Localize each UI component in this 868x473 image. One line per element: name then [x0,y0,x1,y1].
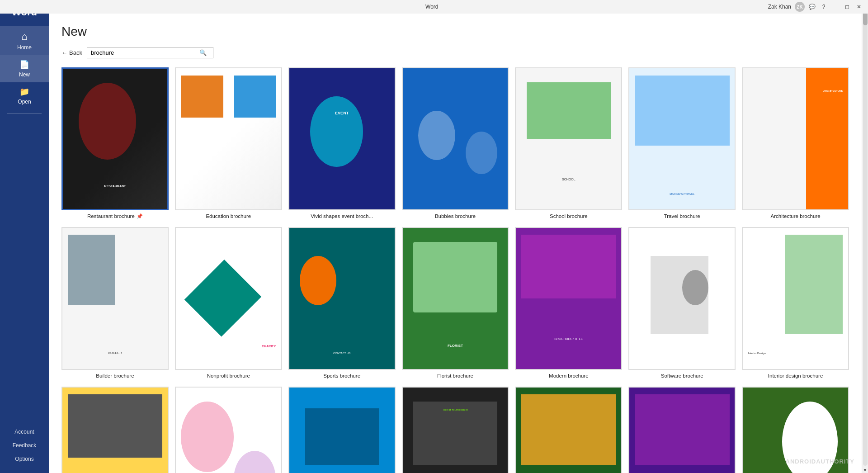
template-thumb [742,387,849,473]
sidebar-item-open-label: Open [18,99,31,105]
template-name: Florist brochure [437,373,473,379]
back-arrow-icon: ← [61,49,67,56]
open-icon: 📁 [19,87,29,97]
page-title: New [61,24,849,39]
template-thumb [628,387,736,473]
template-item[interactable]: Nonprofit brochure [175,227,282,379]
template-thumb [61,227,169,370]
template-item[interactable]: Interior design brochure [742,227,849,379]
template-item[interactable]: Education brochure [175,67,282,220]
template-thumb [288,387,396,473]
back-button[interactable]: ← Back [61,49,82,56]
template-grid: Restaurant brochure📌Education brochureVi… [61,67,849,473]
template-item[interactable]: Architecture brochure [742,67,849,220]
template-item[interactable]: School brochure [515,67,622,220]
template-name: Modern brochure [549,373,589,379]
search-input-wrap: 🔍 [87,47,213,58]
template-name: Vivid shapes event broch... [311,213,373,220]
content-area: New ← Back 🔍 Restaurant brochure📌Educati… [49,14,862,473]
template-name: Nonprofit brochure [207,373,250,379]
template-thumb [61,67,169,210]
template-thumb [175,67,282,210]
sidebar: Word ⌂ Home 📄 New 📁 Open Account Feedbac… [0,0,49,473]
template-name: Education brochure [206,213,251,220]
home-icon: ⌂ [21,31,27,43]
sidebar-item-open[interactable]: 📁 Open [0,82,49,109]
sidebar-item-new[interactable]: 📄 New [0,55,49,82]
template-thumb [61,387,169,473]
scrollbar: ▲ ▼ [862,0,868,473]
template-item[interactable]: Travel brochure [628,67,736,220]
template-item[interactable]: Travel booklet [628,387,736,473]
search-input[interactable] [91,49,199,56]
template-name: Software brochure [661,373,703,379]
template-thumb [402,227,509,370]
template-name: School brochure [550,213,588,220]
template-name: Sports brochure [323,373,360,379]
template-name: Interior design brochure [768,373,823,379]
template-name: Restaurant brochure [87,213,135,220]
sidebar-item-feedback[interactable]: Feedback [0,439,49,452]
main-content: New ← Back 🔍 Restaurant brochure📌Educati… [49,0,862,473]
avatar[interactable]: ZK [795,2,805,12]
new-icon: 📄 [19,60,29,70]
template-thumb [742,67,849,210]
minimize-button[interactable]: — [832,3,839,10]
pin-icon[interactable]: 📌 [137,213,143,219]
template-name: Travel brochure [664,213,700,220]
template-item[interactable]: Builder brochure [61,227,169,379]
close-button[interactable]: ✕ [855,3,863,10]
template-name: Architecture brochure [771,213,821,220]
template-item[interactable]: Restaurant brochure📌 [61,67,169,220]
template-item[interactable]: Modern brochure [515,227,622,379]
template-thumb [515,67,622,210]
sidebar-item-new-label: New [19,71,30,78]
template-thumb [402,67,509,210]
template-item[interactable]: Spring floral booklet [742,387,849,473]
template-thumb [742,227,849,370]
template-item[interactable]: Tech booklet [402,387,509,473]
template-thumb [402,387,509,473]
template-thumb [288,227,396,370]
sidebar-item-home[interactable]: ⌂ Home [0,26,49,55]
titlebar-icons: 💬 ? — ◻ ✕ [808,3,863,10]
maximize-button[interactable]: ◻ [844,3,851,10]
scrollbar-track[interactable] [863,7,868,466]
sidebar-item-options[interactable]: Options [0,452,49,466]
template-thumb [515,387,622,473]
template-thumb [175,387,282,473]
template-thumb [288,67,396,210]
template-item[interactable]: Sports brochure [288,227,396,379]
template-item[interactable]: Vivid shapes event broch... [288,67,396,220]
search-button[interactable]: 🔍 [199,49,207,56]
template-thumb [628,227,736,370]
template-item[interactable]: Bubbles brochure [402,67,509,220]
template-item[interactable]: Software brochure [628,227,736,379]
template-name: Bubbles brochure [435,213,476,220]
template-item[interactable]: Florist brochure [402,227,509,379]
template-item[interactable]: Floral booklet [515,387,622,473]
scrollbar-down[interactable]: ▼ [862,467,868,473]
template-item[interactable]: Modern logo booklet [288,387,396,473]
user-area: Zak Khan ZK 💬 ? — ◻ ✕ [768,2,863,12]
template-thumb [515,227,622,370]
template-item[interactable]: Soft bubble brochure [175,387,282,473]
template-thumb [175,227,282,370]
search-bar: ← Back 🔍 [61,47,849,58]
sidebar-bottom: Account Feedback Options [0,425,49,473]
back-label: Back [69,49,82,56]
app-title: Word [96,4,768,10]
template-thumb [628,67,736,210]
help-icon[interactable]: ? [820,3,827,10]
sidebar-divider [7,113,42,114]
sidebar-item-home-label: Home [17,44,32,51]
feedback-icon[interactable]: 💬 [808,3,816,10]
sidebar-item-account[interactable]: Account [0,425,49,439]
titlebar: Word Zak Khan ZK 💬 ? — ◻ ✕ [0,0,868,14]
template-item[interactable]: Handy-person brochure [61,387,169,473]
template-name: Builder brochure [96,373,134,379]
user-name: Zak Khan [768,4,791,10]
